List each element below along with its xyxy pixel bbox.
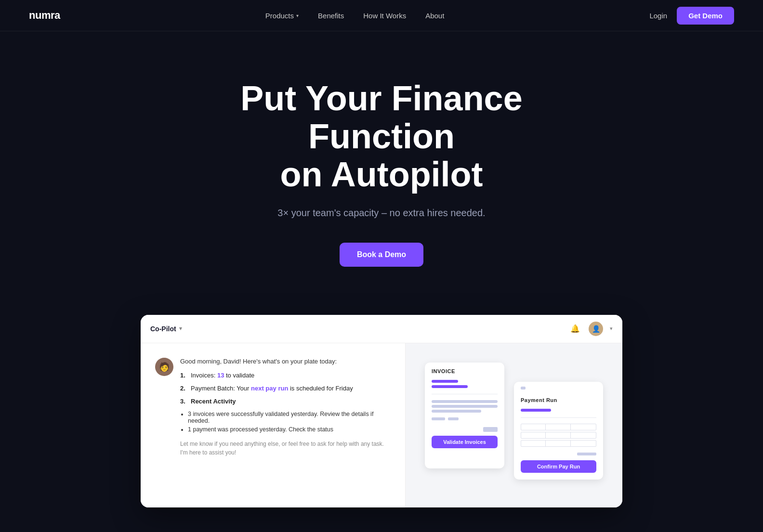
dashboard-preview-wrapper: Co-Pilot ▾ 🔔 👤 ▾ 🧑 Good morning, David! … [0, 296, 763, 532]
nav-how-it-works[interactable]: How It Works [363, 12, 406, 20]
right-panel: INVOICE [406, 343, 622, 507]
payment-top-dot [521, 387, 526, 389]
chat-content: Good morning, David! Here's what's on yo… [180, 358, 391, 457]
payment-total-row [514, 450, 603, 458]
navbar-actions: Login Get Demo [649, 7, 734, 25]
get-demo-button[interactable]: Get Demo [677, 7, 734, 25]
payment-run-card: Payment Run [514, 382, 603, 480]
chat-item-payment: 2. Payment Batch: Your next pay run is s… [180, 385, 391, 392]
brand-logo: numra [29, 9, 60, 22]
ptc-7 [521, 441, 546, 446]
topbar-icons: 🔔 👤 ▾ [568, 322, 613, 336]
chat-panel: 🧑 Good morning, David! Here's what's on … [141, 343, 406, 507]
products-chevron-icon: ▾ [296, 13, 299, 18]
nav-products[interactable]: Products ▾ [265, 12, 299, 20]
invoice-line-accent [432, 380, 458, 383]
invoice-card-title: INVOICE [425, 363, 504, 377]
book-demo-button[interactable]: Book a Demo [340, 243, 423, 267]
hero-title: Put Your Finance Function on Autopilot [165, 79, 598, 194]
assistant-avatar: 🧑 [155, 358, 173, 376]
nav-benefits[interactable]: Benefits [318, 12, 344, 20]
chat-greeting: Good morning, David! Here's what's on yo… [180, 358, 391, 365]
validate-invoices-button[interactable]: Validate Invoices [432, 436, 498, 448]
nav-about[interactable]: About [425, 12, 444, 20]
invoice-card: INVOICE [425, 363, 504, 468]
validate-invoices-btn-wrapper: Validate Invoices [432, 436, 498, 448]
payment-total-bar [577, 453, 596, 455]
payment-lines-top [514, 406, 603, 415]
chat-item-activity: 3. Recent Activity [180, 398, 391, 405]
invoice-separator [432, 394, 498, 394]
invoice-bottom-icon [425, 425, 504, 434]
ptc-3 [572, 424, 596, 430]
invoice-short-1 [432, 417, 445, 420]
invoice-line-accent2 [432, 385, 468, 388]
invoice-line-1 [432, 400, 498, 403]
confirm-btn-wrapper: Confirm Pay Run [521, 460, 596, 473]
chat-items-list: 1. Invoices: 13 to validate 2. Payment B… [180, 372, 391, 405]
ptc-8 [547, 441, 571, 446]
hero-section: Put Your Finance Function on Autopilot 3… [0, 31, 763, 296]
user-avatar[interactable]: 👤 [589, 322, 603, 336]
notification-icon[interactable]: 🔔 [568, 322, 582, 336]
payment-table-row-2 [521, 432, 596, 439]
ptc-5 [547, 432, 571, 438]
payment-table-row-3 [521, 440, 596, 447]
copilot-chevron-icon: ▾ [179, 325, 182, 332]
login-button[interactable]: Login [649, 12, 667, 20]
chat-message: 🧑 Good morning, David! Here's what's on … [155, 358, 391, 457]
avatar-chevron-icon: ▾ [610, 325, 613, 332]
chat-bullet-2: 1 payment was processed yesterday. Check… [188, 426, 391, 433]
chat-item-invoices: 1. Invoices: 13 to validate [180, 372, 391, 379]
payment-table [514, 421, 603, 450]
payment-separator [521, 417, 596, 418]
confirm-pay-run-button[interactable]: Confirm Pay Run [521, 460, 596, 473]
chat-bullets: 3 invoices were successfully validated y… [180, 411, 391, 433]
invoice-stamp [483, 427, 498, 432]
payment-card-title: Payment Run [514, 391, 603, 406]
ptc-6 [572, 432, 596, 438]
ptc-4 [521, 432, 546, 438]
chat-bullet-1: 3 invoices were successfully validated y… [188, 411, 391, 424]
invoice-short-2 [448, 417, 459, 420]
ptc-1 [521, 424, 546, 430]
payment-card-toprow [514, 382, 603, 391]
payment-table-row-1 [521, 424, 596, 430]
invoice-icon-row [432, 415, 498, 422]
payment-line-accent [521, 409, 551, 412]
navbar: numra Products ▾ Benefits How It Works A… [0, 0, 763, 31]
nav-links: Products ▾ Benefits How It Works About [265, 12, 445, 20]
ptc-9 [572, 441, 596, 446]
dashboard-topbar: Co-Pilot ▾ 🔔 👤 ▾ [141, 315, 622, 343]
invoice-multiline-1 [432, 400, 498, 413]
dashboard-body: 🧑 Good morning, David! Here's what's on … [141, 343, 622, 507]
invoice-lines-area [425, 397, 504, 425]
invoice-line-2 [432, 405, 498, 408]
chat-footer: Let me know if you need anything else, o… [180, 440, 391, 457]
hero-subtitle: 3× your team's capacity – no extra hires… [29, 208, 734, 219]
invoice-line-3 [432, 410, 481, 413]
copilot-label[interactable]: Co-Pilot ▾ [150, 325, 182, 333]
invoice-lines-top [425, 377, 504, 391]
ptc-2 [547, 424, 571, 430]
dashboard-card: Co-Pilot ▾ 🔔 👤 ▾ 🧑 Good morning, David! … [141, 315, 622, 507]
